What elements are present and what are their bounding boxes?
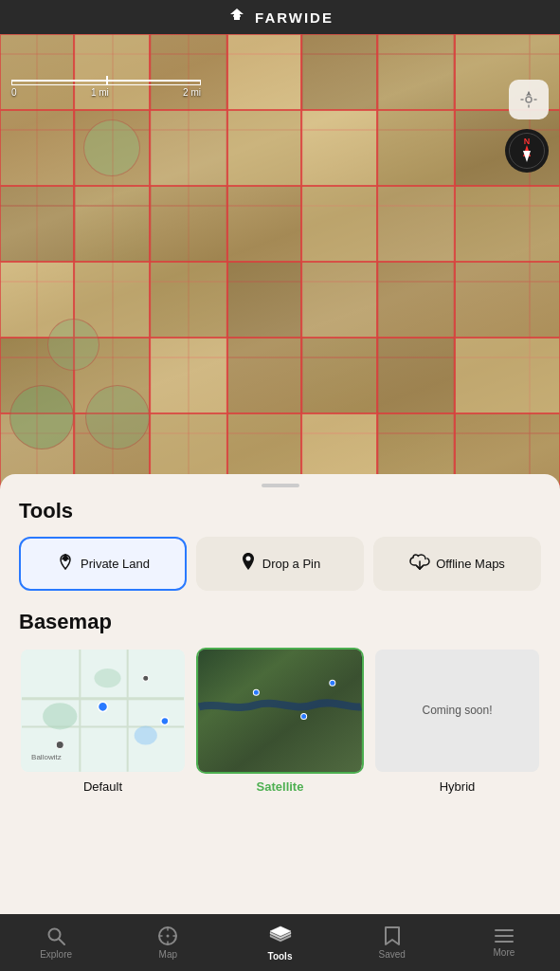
nav-label-saved: Saved bbox=[379, 949, 406, 960]
field-patch bbox=[377, 338, 455, 413]
scale-label-1mi: 1 mi bbox=[91, 87, 109, 98]
app-title: FARWIDE bbox=[255, 9, 334, 26]
field-patch bbox=[301, 34, 377, 110]
private-land-button[interactable]: Private Land bbox=[19, 537, 187, 591]
field-patch bbox=[455, 186, 560, 262]
svg-point-43 bbox=[167, 935, 170, 938]
sheet-content: Tools Private Land bbox=[0, 487, 560, 813]
scale-ruler-midpoint bbox=[106, 76, 108, 85]
basemap-section: Basemap bbox=[19, 610, 541, 794]
svg-rect-24 bbox=[22, 725, 184, 727]
hybrid-map-bg: Coming soon! bbox=[375, 650, 539, 772]
scale-labels: 0 1 mi 2 mi bbox=[11, 87, 201, 98]
bookmark-icon bbox=[383, 925, 402, 946]
circle-field bbox=[9, 385, 74, 449]
tools-grid: Private Land Drop a Pin bbox=[19, 537, 541, 591]
svg-rect-36 bbox=[199, 650, 361, 772]
svg-rect-26 bbox=[127, 650, 129, 772]
basemap-default-label: Default bbox=[83, 779, 122, 794]
field-patch bbox=[301, 110, 377, 186]
compass-inner: N bbox=[509, 133, 545, 169]
nav-item-map[interactable]: Map bbox=[112, 922, 224, 963]
field-patch bbox=[301, 186, 377, 262]
field-patch bbox=[0, 34, 74, 110]
svg-point-27 bbox=[43, 703, 77, 729]
svg-text:Ballowitz: Ballowitz bbox=[31, 753, 62, 761]
basemap-default[interactable]: Ballowitz Default bbox=[19, 648, 187, 794]
app-logo-icon bbox=[226, 7, 247, 27]
basemap-title: Basemap bbox=[19, 610, 541, 634]
pin-icon bbox=[240, 552, 257, 571]
field-patch bbox=[377, 110, 455, 186]
nav-item-saved[interactable]: Saved bbox=[336, 922, 448, 963]
field-patch bbox=[150, 34, 227, 110]
tools-section: Tools Private Land bbox=[19, 499, 541, 591]
satellite-map[interactable] bbox=[0, 34, 560, 508]
basemap-grid: Ballowitz Default bbox=[19, 648, 541, 794]
field-patch bbox=[455, 338, 560, 413]
drop-pin-label: Drop a Pin bbox=[262, 557, 320, 571]
field-patch bbox=[301, 262, 377, 338]
svg-line-41 bbox=[60, 940, 65, 945]
field-patch bbox=[150, 338, 227, 413]
field-patch bbox=[227, 110, 301, 186]
cloud-download-icon bbox=[409, 553, 430, 570]
scale-ruler bbox=[11, 80, 201, 85]
svg-point-32 bbox=[143, 675, 149, 681]
circle-field bbox=[47, 319, 99, 371]
bottom-sheet: Tools Private Land bbox=[0, 474, 560, 914]
field-patch bbox=[150, 262, 227, 338]
map-area[interactable]: 0 1 mi 2 mi N bbox=[0, 34, 560, 508]
tools-title: Tools bbox=[19, 499, 541, 523]
compass-nav-icon bbox=[157, 925, 178, 946]
svg-point-19 bbox=[63, 558, 67, 561]
scale-bar: 0 1 mi 2 mi bbox=[11, 80, 201, 98]
scale-label-0: 0 bbox=[11, 87, 17, 98]
svg-rect-23 bbox=[22, 697, 184, 700]
nav-item-more[interactable]: More bbox=[448, 924, 560, 962]
basemap-satellite[interactable]: Satellite bbox=[196, 648, 364, 794]
nav-label-more: More bbox=[494, 947, 515, 958]
private-land-label: Private Land bbox=[81, 557, 150, 571]
circle-field bbox=[85, 385, 150, 449]
basemap-satellite-thumb bbox=[196, 648, 364, 774]
basemap-hybrid[interactable]: Coming soon! Hybrid bbox=[373, 648, 541, 794]
logo-area: FARWIDE bbox=[226, 7, 334, 27]
nav-label-tools: Tools bbox=[268, 951, 293, 962]
basemap-hybrid-thumb: Coming soon! bbox=[373, 648, 541, 774]
search-icon bbox=[45, 925, 66, 946]
coming-soon-text: Coming soon! bbox=[422, 704, 492, 717]
location-button[interactable] bbox=[509, 80, 549, 119]
field-patch bbox=[227, 34, 301, 110]
mountain-pin-icon bbox=[56, 552, 75, 571]
field-patch bbox=[150, 186, 227, 262]
offline-maps-button[interactable]: Offline Maps bbox=[373, 537, 541, 591]
compass[interactable]: N bbox=[505, 129, 549, 173]
field-patch bbox=[377, 34, 455, 110]
location-icon bbox=[519, 90, 538, 109]
private-land-icon bbox=[56, 552, 75, 576]
field-patch bbox=[227, 338, 301, 413]
nav-item-tools[interactable]: Tools bbox=[224, 920, 335, 965]
drop-pin-button[interactable]: Drop a Pin bbox=[196, 537, 364, 591]
svg-point-30 bbox=[98, 702, 107, 711]
field-patch bbox=[455, 262, 560, 338]
field-patch bbox=[377, 262, 455, 338]
menu-icon bbox=[494, 927, 515, 944]
field-patch bbox=[301, 338, 377, 413]
svg-point-29 bbox=[135, 725, 157, 744]
bottom-nav: Explore Map Tools Saved bbox=[0, 914, 560, 971]
field-patch bbox=[227, 262, 301, 338]
app-header: FARWIDE bbox=[0, 0, 560, 34]
svg-point-28 bbox=[94, 669, 120, 687]
basemap-hybrid-label: Hybrid bbox=[440, 779, 476, 794]
field-patch bbox=[0, 110, 74, 186]
drop-pin-icon bbox=[240, 552, 257, 576]
offline-maps-label: Offline Maps bbox=[436, 557, 505, 571]
field-patch bbox=[377, 186, 455, 262]
offline-maps-icon bbox=[409, 553, 430, 575]
svg-marker-0 bbox=[230, 9, 244, 20]
layers-icon bbox=[268, 924, 293, 948]
basemap-satellite-label: Satellite bbox=[257, 779, 304, 794]
nav-item-explore[interactable]: Explore bbox=[0, 922, 112, 963]
